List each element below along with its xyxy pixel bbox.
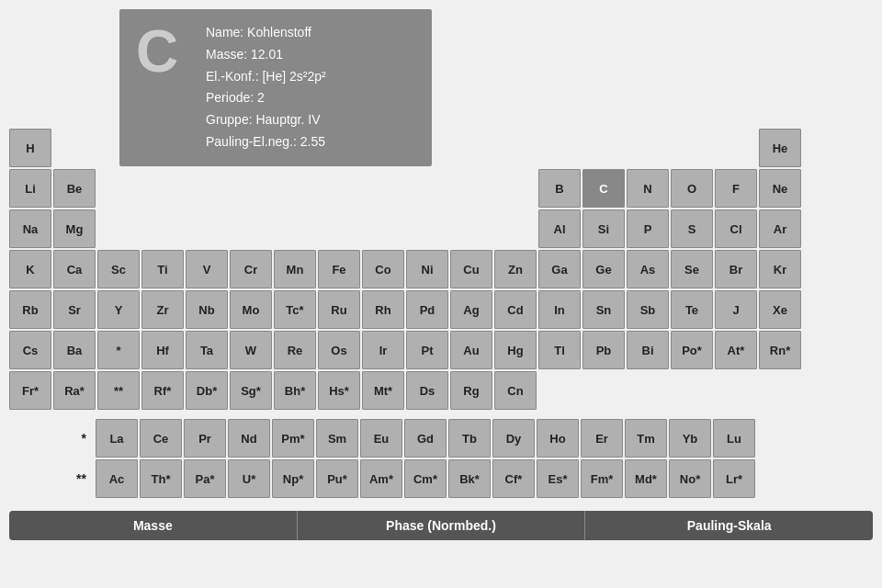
- element-cell[interactable]: Bh*: [274, 371, 316, 410]
- element-cell[interactable]: Co: [362, 250, 404, 288]
- element-cell[interactable]: V: [186, 250, 228, 288]
- actinide-element[interactable]: No*: [669, 459, 711, 498]
- element-cell[interactable]: Ds: [406, 371, 448, 410]
- element-cell[interactable]: Ag: [450, 290, 492, 329]
- element-cell[interactable]: Cr: [230, 250, 272, 288]
- element-cell[interactable]: Cn: [494, 371, 537, 410]
- element-cell[interactable]: **: [97, 371, 140, 410]
- element-cell[interactable]: Ra*: [53, 371, 96, 410]
- element-cell[interactable]: Xe: [759, 290, 801, 329]
- element-cell[interactable]: W: [230, 331, 272, 369]
- actinide-element[interactable]: Np*: [272, 459, 314, 498]
- element-cell[interactable]: Rg: [450, 371, 492, 410]
- element-cell[interactable]: B: [538, 169, 581, 208]
- actinide-element[interactable]: Ac: [96, 459, 138, 498]
- element-cell[interactable]: Br: [715, 250, 757, 288]
- element-cell[interactable]: Pb: [582, 331, 625, 369]
- element-cell[interactable]: Rf*: [141, 371, 184, 410]
- element-cell[interactable]: [318, 169, 360, 208]
- element-cell[interactable]: [141, 169, 184, 208]
- element-cell[interactable]: [230, 209, 272, 248]
- element-cell[interactable]: [627, 371, 669, 410]
- element-cell[interactable]: Fe: [318, 250, 360, 288]
- element-cell[interactable]: Cd: [494, 290, 537, 329]
- element-cell[interactable]: H: [9, 129, 51, 167]
- element-cell[interactable]: Ga: [538, 250, 581, 288]
- element-cell[interactable]: Ta: [186, 331, 228, 369]
- element-cell[interactable]: [538, 371, 581, 410]
- element-cell[interactable]: Sb: [627, 290, 669, 329]
- element-cell[interactable]: Ne: [759, 169, 801, 208]
- element-cell[interactable]: Sn: [582, 290, 625, 329]
- element-cell[interactable]: Rn*: [759, 331, 801, 369]
- element-cell[interactable]: Zr: [141, 290, 184, 329]
- actinide-element[interactable]: Pa*: [184, 459, 226, 498]
- element-cell[interactable]: Al: [538, 209, 581, 248]
- element-cell[interactable]: [715, 371, 757, 410]
- element-cell[interactable]: Fr*: [9, 371, 51, 410]
- element-cell[interactable]: Db*: [186, 371, 228, 410]
- element-cell[interactable]: Sc: [97, 250, 140, 288]
- lanthanide-element[interactable]: Yb: [669, 419, 711, 458]
- element-cell[interactable]: Tl: [538, 331, 581, 369]
- element-cell[interactable]: Sg*: [230, 371, 272, 410]
- element-cell[interactable]: Rb: [9, 290, 51, 329]
- actinide-element[interactable]: U*: [228, 459, 270, 498]
- element-cell[interactable]: S: [671, 209, 713, 248]
- element-cell[interactable]: [671, 371, 713, 410]
- element-cell[interactable]: [97, 169, 140, 208]
- lanthanide-element[interactable]: Eu: [360, 419, 402, 458]
- element-cell[interactable]: He: [759, 129, 801, 167]
- element-cell[interactable]: [274, 169, 316, 208]
- lanthanide-element[interactable]: Tb: [448, 419, 491, 458]
- actinide-element[interactable]: Th*: [140, 459, 182, 498]
- element-cell[interactable]: K: [9, 250, 51, 288]
- element-cell[interactable]: O: [671, 169, 713, 208]
- element-cell[interactable]: Hf: [141, 331, 184, 369]
- element-cell[interactable]: [186, 169, 228, 208]
- actinide-element[interactable]: Bk*: [448, 459, 491, 498]
- element-cell[interactable]: [538, 129, 581, 167]
- lanthanide-element[interactable]: Lu: [713, 419, 755, 458]
- element-cell[interactable]: [318, 209, 360, 248]
- element-cell[interactable]: [671, 129, 713, 167]
- element-cell[interactable]: Nb: [186, 290, 228, 329]
- element-cell[interactable]: [274, 209, 316, 248]
- element-cell[interactable]: [406, 209, 448, 248]
- element-cell[interactable]: Pt: [406, 331, 448, 369]
- element-cell[interactable]: [494, 209, 537, 248]
- element-cell[interactable]: Hg: [494, 331, 537, 369]
- element-cell[interactable]: [362, 209, 404, 248]
- element-cell[interactable]: Mn: [274, 250, 316, 288]
- element-cell[interactable]: [494, 169, 537, 208]
- lanthanide-element[interactable]: Gd: [404, 419, 447, 458]
- element-cell[interactable]: Cs: [9, 331, 51, 369]
- actinide-element[interactable]: Fm*: [581, 459, 623, 498]
- element-cell[interactable]: Rh: [362, 290, 404, 329]
- lanthanide-element[interactable]: Ce: [140, 419, 182, 458]
- lanthanide-element[interactable]: Pr: [184, 419, 226, 458]
- element-cell[interactable]: Hs*: [318, 371, 360, 410]
- element-cell[interactable]: Os: [318, 331, 360, 369]
- lanthanide-element[interactable]: Nd: [228, 419, 270, 458]
- lanthanide-element[interactable]: Dy: [492, 419, 535, 458]
- element-cell[interactable]: [53, 129, 96, 167]
- element-cell[interactable]: Ar: [759, 209, 801, 248]
- element-cell[interactable]: Mt*: [362, 371, 404, 410]
- element-cell[interactable]: [450, 169, 492, 208]
- element-cell[interactable]: [362, 169, 404, 208]
- element-cell[interactable]: Po*: [671, 331, 713, 369]
- element-cell[interactable]: [406, 169, 448, 208]
- element-cell[interactable]: C: [582, 169, 625, 208]
- element-cell[interactable]: Mg: [53, 209, 96, 248]
- element-cell[interactable]: [494, 129, 537, 167]
- lanthanide-element[interactable]: Tm: [625, 419, 667, 458]
- element-cell[interactable]: Be: [53, 169, 96, 208]
- element-cell[interactable]: [715, 129, 757, 167]
- element-cell[interactable]: Bi: [627, 331, 669, 369]
- element-cell[interactable]: Kr: [759, 250, 801, 288]
- element-cell[interactable]: As: [627, 250, 669, 288]
- element-cell[interactable]: Ir: [362, 331, 404, 369]
- element-cell[interactable]: *: [97, 331, 140, 369]
- element-cell[interactable]: Ge: [582, 250, 625, 288]
